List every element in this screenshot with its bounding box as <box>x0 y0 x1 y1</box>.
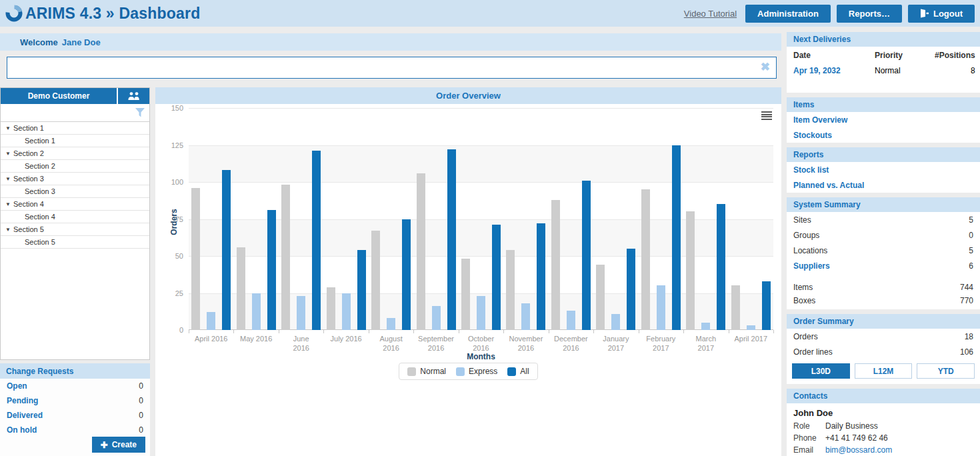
tree-leaf-section5[interactable]: Section 5 <box>1 236 149 249</box>
column-header-positions: #Positions <box>935 51 975 60</box>
bar-express-February 2017 <box>657 285 665 330</box>
x-axis-category-label: April 2016 <box>189 334 233 343</box>
contacts-header: Contacts <box>787 389 980 403</box>
ytd-button[interactable]: YTD <box>917 363 975 379</box>
pending-count: 0 <box>139 396 143 405</box>
x-axis-tick <box>233 330 234 333</box>
bar-normal-May 2016 <box>237 247 245 330</box>
x-axis-tick <box>369 330 369 333</box>
x-axis-tick <box>503 330 504 333</box>
video-tutorial-link[interactable]: Video Tutorial <box>684 9 737 19</box>
y-axis-tick-label: 25 <box>157 289 183 297</box>
reports-section: Reports Stock list Planned vs. Actual <box>787 147 980 193</box>
tree-leaf-section4[interactable]: Section 4 <box>1 211 149 223</box>
x-axis-tick <box>729 330 729 333</box>
collapse-arrow-icon[interactable]: ▼ <box>5 125 11 131</box>
x-axis-category-label: January2017 <box>593 334 638 353</box>
tree-node-section2[interactable]: ▼Section 2 <box>1 147 149 160</box>
l30d-button[interactable]: L30D <box>792 363 850 379</box>
bar-normal-August 2016 <box>371 231 380 330</box>
legend-swatch <box>407 367 416 376</box>
sites-count: 5 <box>969 215 973 225</box>
bar-all-April 2017 <box>762 281 771 330</box>
create-button[interactable]: ✚ Create <box>92 437 145 453</box>
x-axis-tick <box>279 330 279 333</box>
bar-all-April 2016 <box>222 170 231 330</box>
people-icon <box>127 92 141 100</box>
contacts-section: Contacts John Doe Role Daily Business Ph… <box>787 389 980 456</box>
y-axis-tick-label: 100 <box>157 178 183 186</box>
search-input[interactable] <box>7 57 777 79</box>
stockouts-link[interactable]: Stockouts <box>787 127 980 143</box>
tree-leaf-section2[interactable]: Section 2 <box>1 160 149 173</box>
bar-all-August 2016 <box>402 219 411 331</box>
legend-item-all[interactable]: All <box>507 367 529 376</box>
tree-leaf-section3[interactable]: Section 3 <box>1 185 149 198</box>
tree-filter-input[interactable] <box>1 104 149 121</box>
tree-leaf-section1[interactable]: Section 1 <box>1 135 149 147</box>
y-axis-tick-label: 150 <box>157 104 183 112</box>
demo-customer-button[interactable]: Demo Customer <box>1 88 117 104</box>
collapse-arrow-icon[interactable]: ▼ <box>5 201 11 207</box>
filter-funnel-icon[interactable] <box>135 108 145 120</box>
bar-group-November 2016 <box>503 108 548 330</box>
bar-all-September 2016 <box>447 149 456 330</box>
bar-express-November 2016 <box>521 303 530 330</box>
arims-logo-icon <box>5 5 23 22</box>
contact-phone: +41 41 749 62 46 <box>825 433 888 443</box>
bar-express-August 2016 <box>387 318 395 330</box>
bar-group-April 2016 <box>189 108 233 330</box>
tree-node-section1[interactable]: ▼Section 1 <box>1 122 149 135</box>
delivery-positions: 8 <box>935 66 975 75</box>
chart-plot-area <box>189 108 773 330</box>
tree-node-section3[interactable]: ▼Section 3 <box>1 173 149 185</box>
stock-list-link[interactable]: Stock list <box>787 162 980 177</box>
x-axis-category-label: May 2016 <box>233 334 278 343</box>
bar-group-July 2016 <box>323 108 368 330</box>
delivery-date-link[interactable]: Apr 19, 2032 <box>793 66 875 75</box>
x-axis-tick <box>773 330 774 333</box>
collapse-arrow-icon[interactable]: ▼ <box>5 176 11 182</box>
reports-header: Reports <box>787 147 980 162</box>
x-axis-category-label: December2016 <box>549 334 593 353</box>
contact-role-row: Role Daily Business <box>793 421 973 431</box>
pending-link[interactable]: Pending <box>7 396 38 405</box>
bar-group-August 2016 <box>369 108 413 330</box>
next-deliveries-header: Next Deliveries <box>787 32 980 47</box>
on-hold-link[interactable]: On hold <box>7 425 37 435</box>
administration-button[interactable]: Administration <box>745 5 831 23</box>
open-count: 0 <box>139 381 143 391</box>
item-overview-link[interactable]: Item Overview <box>787 112 980 127</box>
legend-item-normal[interactable]: Normal <box>407 367 446 376</box>
customers-button[interactable] <box>118 88 149 104</box>
collapse-arrow-icon[interactable]: ▼ <box>5 227 11 233</box>
bar-normal-October 2016 <box>461 259 470 330</box>
legend-item-express[interactable]: Express <box>456 367 497 376</box>
x-axis-category-label: September2016 <box>413 334 458 353</box>
delivered-link[interactable]: Delivered <box>7 411 43 420</box>
delivery-priority: Normal <box>875 66 935 75</box>
l12m-button[interactable]: L12M <box>855 363 913 379</box>
contact-role: Daily Business <box>825 421 878 431</box>
planned-vs-actual-link[interactable]: Planned vs. Actual <box>787 177 980 193</box>
contact-email-link[interactable]: bim@bossard.com <box>825 445 892 455</box>
change-requests-panel: Change Requests Open 0 Pending 0 Deliver… <box>0 363 150 456</box>
suppliers-link[interactable]: Suppliers <box>793 261 830 271</box>
collapse-arrow-icon[interactable]: ▼ <box>5 151 11 157</box>
x-axis-category-label: April 2017 <box>729 334 773 343</box>
change-request-row-delivered: Delivered 0 <box>0 408 150 423</box>
bar-all-October 2016 <box>492 225 501 330</box>
reports-button[interactable]: Reports… <box>837 5 902 23</box>
logout-door-icon <box>920 9 929 18</box>
bar-all-July 2016 <box>357 250 366 330</box>
open-link[interactable]: Open <box>7 381 27 391</box>
bar-group-May 2016 <box>233 108 278 330</box>
delivered-count: 0 <box>139 411 143 420</box>
logout-button[interactable]: Logout <box>908 5 975 23</box>
tree-node-section4[interactable]: ▼Section 4 <box>1 198 149 211</box>
tree-node-section5[interactable]: ▼Section 5 <box>1 223 149 236</box>
clear-search-icon[interactable]: ✖ <box>761 61 770 74</box>
bar-all-November 2016 <box>537 223 545 330</box>
system-summary-header: System Summary <box>787 197 980 212</box>
bar-normal-February 2017 <box>641 189 650 330</box>
